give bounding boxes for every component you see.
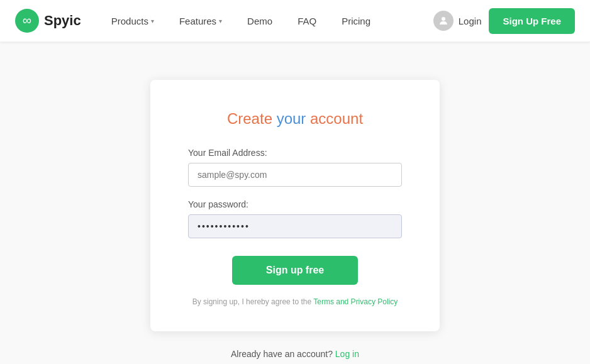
login-label: Login <box>459 16 482 26</box>
already-account-text: Already have an account? Log in <box>231 349 359 359</box>
login-link[interactable]: Log in <box>335 349 359 359</box>
title-create: Create <box>227 110 277 127</box>
title-your: your <box>277 110 306 127</box>
brand-name: Spyic <box>44 13 81 29</box>
logo-icon: ∞ <box>15 9 39 33</box>
login-area[interactable]: Login <box>433 11 482 31</box>
nav-item-products[interactable]: Products ▾ <box>99 0 167 42</box>
nav-demo-label: Demo <box>247 16 272 26</box>
nav-right: Login Sign Up Free <box>433 8 575 34</box>
navbar: ∞ Spyic Products ▾ Features ▾ Demo FAQ P… <box>0 0 590 42</box>
already-prefix: Already have an account? <box>231 349 335 359</box>
terms-text: By signing up, I hereby agree to the Ter… <box>188 297 402 306</box>
nav-faq-label: FAQ <box>298 16 316 26</box>
nav-item-pricing[interactable]: Pricing <box>329 0 383 42</box>
terms-prefix: By signing up, I hereby agree to the <box>192 297 314 306</box>
logo-link[interactable]: ∞ Spyic <box>15 9 81 33</box>
password-group: Your password: <box>188 199 402 238</box>
email-label: Your Email Address: <box>188 148 402 158</box>
main-content: Create your account Your Email Address: … <box>0 42 590 364</box>
signup-card: Create your account Your Email Address: … <box>150 80 440 331</box>
nav-pricing-label: Pricing <box>342 16 370 26</box>
password-label: Your password: <box>188 199 402 209</box>
password-input[interactable] <box>188 214 402 238</box>
submit-container: Sign up free <box>188 256 402 285</box>
nav-item-demo[interactable]: Demo <box>235 0 285 42</box>
nav-links: Products ▾ Features ▾ Demo FAQ Pricing <box>99 0 433 42</box>
nav-item-features[interactable]: Features ▾ <box>167 0 235 42</box>
nav-products-label: Products <box>111 16 148 26</box>
products-chevron-icon: ▾ <box>151 18 154 25</box>
svg-text:∞: ∞ <box>23 13 31 27</box>
nav-features-label: Features <box>179 16 216 26</box>
user-icon <box>433 11 454 31</box>
nav-item-faq[interactable]: FAQ <box>285 0 329 42</box>
terms-link[interactable]: Terms and Privacy Policy <box>313 297 398 306</box>
features-chevron-icon: ▾ <box>219 18 222 25</box>
card-title: Create your account <box>188 110 402 128</box>
svg-point-2 <box>442 17 445 21</box>
email-input[interactable] <box>188 163 402 187</box>
nav-signup-button[interactable]: Sign Up Free <box>489 8 575 34</box>
email-group: Your Email Address: <box>188 148 402 187</box>
title-account: account <box>306 110 363 127</box>
signup-submit-button[interactable]: Sign up free <box>232 256 358 285</box>
